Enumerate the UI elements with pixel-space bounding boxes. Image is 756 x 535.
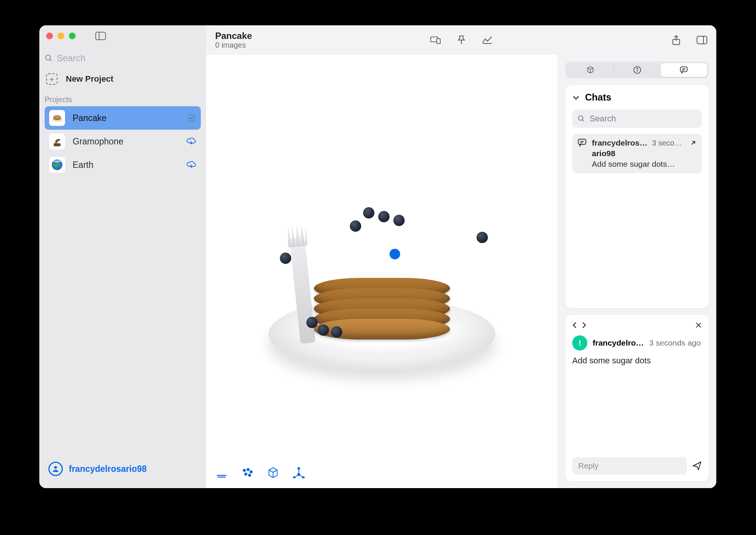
project-item-gramophone[interactable]: Gramophone (45, 130, 201, 153)
project-title: Pancake (215, 31, 252, 41)
traffic-lights (46, 33, 76, 39)
chats-card: Chats Search francydelros… 3 s (565, 85, 709, 308)
annotation-marker[interactable] (390, 249, 400, 259)
model-preview (265, 173, 499, 370)
user-avatar-icon (48, 462, 63, 476)
chat-user: francydelros… (592, 138, 647, 147)
open-thread-icon[interactable] (690, 140, 697, 146)
cloud-download-icon[interactable] (186, 137, 196, 146)
svg-point-2 (46, 55, 51, 60)
device-preview-button[interactable] (430, 35, 441, 45)
svg-point-6 (53, 115, 61, 119)
project-thumb (49, 133, 65, 149)
chats-search-placeholder: Search (590, 114, 616, 124)
title-block: Pancake 0 images (215, 31, 252, 50)
app-window: Search ＋ New Project Projects Pancake (39, 25, 716, 488)
svg-point-20 (243, 469, 246, 472)
thread-time: 3 seconds ago (649, 338, 701, 347)
tab-chat[interactable] (661, 63, 707, 77)
svg-point-31 (303, 477, 304, 479)
chats-label: Chats (585, 92, 611, 103)
3d-viewport[interactable] (206, 55, 557, 488)
svg-rect-8 (54, 143, 61, 146)
toolbar: Pancake 0 images (206, 25, 716, 55)
project-name: Gramophone (73, 136, 179, 147)
share-button[interactable] (671, 35, 681, 45)
current-user-name: francydelrosario98 (69, 464, 147, 474)
new-project-button[interactable]: ＋ New Project (45, 70, 201, 88)
thread-next-button[interactable] (581, 322, 587, 329)
chat-bubble-icon (577, 138, 587, 147)
window-titlebar (39, 25, 206, 46)
thread-prev-button[interactable] (572, 322, 577, 329)
thread-user-avatar: ! (572, 335, 587, 350)
svg-rect-19 (217, 477, 226, 478)
thread-message: Add some sugar dots (572, 356, 702, 366)
project-name: Earth (73, 160, 179, 170)
tab-info[interactable] (614, 63, 660, 77)
svg-rect-0 (96, 32, 106, 40)
svg-point-29 (298, 468, 300, 470)
project-name: Pancake (73, 113, 180, 123)
project-thumb (49, 110, 65, 126)
right-panel-tabs (565, 62, 709, 78)
chat-preview: Add some sugar dots… (592, 160, 697, 169)
project-item-pancake[interactable]: Pancake (45, 106, 201, 130)
new-project-label: New Project (66, 74, 113, 84)
toggle-right-panel-button[interactable] (697, 35, 707, 45)
chats-header[interactable]: Chats (572, 92, 702, 103)
close-window-button[interactable] (46, 33, 53, 39)
axes-button[interactable] (292, 466, 305, 479)
zoom-window-button[interactable] (69, 33, 76, 39)
project-list: Pancake Gramophone Earth (39, 106, 206, 177)
point-cloud-button[interactable] (241, 466, 254, 479)
svg-point-24 (248, 474, 251, 477)
sync-complete-icon (187, 113, 196, 123)
svg-point-10 (53, 160, 61, 163)
svg-rect-16 (697, 36, 707, 44)
thread-close-button[interactable] (695, 322, 702, 329)
svg-point-34 (637, 68, 638, 69)
svg-point-38 (579, 116, 583, 121)
sidebar-search-placeholder: Search (57, 53, 85, 64)
toggle-sidebar-button[interactable] (95, 31, 106, 41)
svg-line-3 (50, 59, 52, 61)
chats-search[interactable]: Search (572, 110, 702, 128)
minimize-window-button[interactable] (57, 33, 64, 39)
svg-point-11 (54, 466, 57, 469)
svg-rect-35 (680, 67, 687, 72)
svg-point-22 (250, 470, 253, 473)
toolbar-center (430, 35, 492, 45)
thread-message-header: ! francydelro… 3 seconds ago (572, 335, 702, 350)
svg-point-23 (244, 473, 247, 476)
svg-rect-18 (217, 475, 227, 476)
lighting-button[interactable] (215, 466, 228, 479)
chevron-down-icon (572, 95, 580, 100)
pin-button[interactable] (456, 35, 467, 45)
right-panel: Chats Search francydelros… 3 s (557, 55, 716, 488)
search-icon (45, 54, 53, 62)
project-item-earth[interactable]: Earth (45, 153, 201, 177)
sidebar-search[interactable]: Search (45, 53, 201, 64)
tab-3d[interactable] (567, 63, 613, 77)
thread-card: ! francydelro… 3 seconds ago Add some su… (565, 315, 709, 481)
sidebar: Search ＋ New Project Projects Pancake (39, 25, 206, 488)
project-subtitle: 0 images (215, 41, 252, 50)
svg-rect-13 (436, 39, 440, 43)
chat-user-line2: ario98 (592, 149, 697, 158)
project-thumb (49, 157, 65, 173)
toolbar-right (671, 35, 707, 45)
svg-point-30 (293, 477, 295, 479)
cloud-download-icon[interactable] (186, 161, 196, 169)
stats-button[interactable] (482, 35, 492, 45)
thread-nav (572, 322, 587, 329)
mesh-button[interactable] (267, 466, 279, 479)
chat-time: 3 seconds a… (652, 139, 685, 147)
reply-input[interactable] (572, 457, 687, 475)
send-button[interactable] (692, 461, 702, 471)
svg-line-39 (582, 120, 584, 121)
thread-user: francydelro… (593, 338, 644, 347)
current-user[interactable]: francydelrosario98 (39, 453, 206, 488)
plus-dashed-icon: ＋ (46, 73, 57, 85)
chat-list-item[interactable]: francydelros… 3 seconds a… ario98 Add so… (572, 134, 702, 173)
